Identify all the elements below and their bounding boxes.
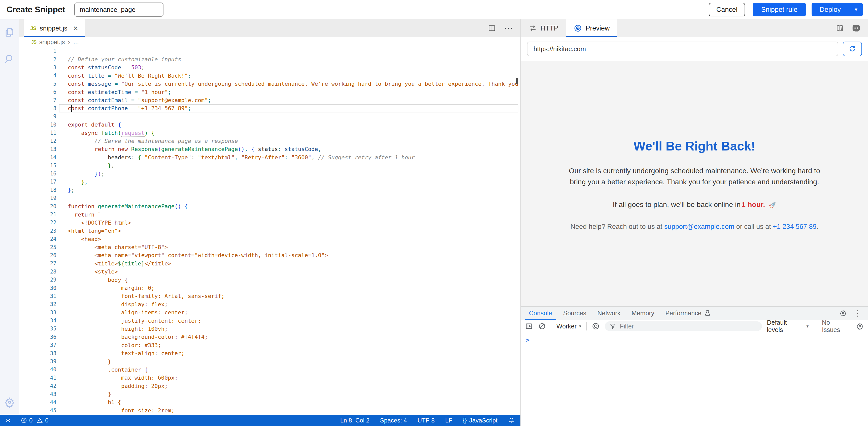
deploy-dropdown-button[interactable]: ▾ — [849, 3, 863, 17]
console-filter-input[interactable]: Filter — [605, 321, 762, 331]
scrollbar-mark[interactable] — [516, 78, 518, 84]
code-line[interactable]: 37 color: #333; — [19, 341, 520, 349]
rocket-emoji — [768, 201, 776, 209]
breadcrumb[interactable]: JS snippet.js › … — [19, 37, 520, 47]
console-sidebar-toggle-icon[interactable] — [525, 322, 533, 330]
code-line[interactable]: 18}; — [19, 186, 520, 194]
code-line[interactable]: 17 }, — [19, 178, 520, 186]
more-actions-icon[interactable]: ⋯ — [504, 24, 513, 33]
code-line[interactable]: 32 display: flex; — [19, 300, 520, 308]
code-line[interactable]: 13 return new Response(generateMaintenan… — [19, 145, 520, 153]
preview-url-input[interactable] — [527, 41, 838, 56]
code-line[interactable]: 41 max-width: 600px; — [19, 374, 520, 382]
console-prompt-icon[interactable]: > — [525, 336, 529, 344]
code-line[interactable]: 19 — [19, 194, 520, 202]
code-line[interactable]: 45 font-size: 2rem; — [19, 406, 520, 415]
devtools-tabs: ConsoleSourcesNetworkMemoryPerformance⋮ — [521, 307, 868, 320]
code-line[interactable]: 15 }, — [19, 161, 520, 169]
code-line[interactable]: 24 <head> — [19, 235, 520, 243]
code-line[interactable]: 42 padding: 20px; — [19, 382, 520, 390]
search-icon[interactable] — [4, 53, 16, 65]
code-line[interactable]: 2// Define your customizable inputs — [19, 55, 520, 63]
code-editor[interactable]: 12// Define your customizable inputs3con… — [19, 47, 520, 415]
editor-actions: ⋯ — [488, 20, 520, 37]
indentation[interactable]: Spaces: 4 — [380, 417, 407, 424]
notifications-bell-icon[interactable] — [508, 417, 515, 424]
contact-link[interactable]: support@example.com — [664, 223, 734, 230]
cancel-button[interactable]: Cancel — [709, 3, 745, 17]
devtools-tab-performance[interactable]: Performance — [660, 307, 716, 320]
devtools-tab-memory[interactable]: Memory — [626, 307, 660, 320]
files-icon[interactable] — [4, 26, 16, 38]
code-line[interactable]: 4const title = "We'll Be Right Back!"; — [19, 72, 520, 80]
tab-snippet-js[interactable]: JS snippet.js ✕ — [24, 20, 85, 37]
code-line[interactable]: 12 // Serve the maintenance page as a re… — [19, 137, 520, 145]
snippet-name-input[interactable] — [74, 2, 163, 17]
devtools-tab-network[interactable]: Network — [592, 307, 626, 320]
code-line[interactable]: 3const statusCode = 503; — [19, 63, 520, 72]
error-icon — [21, 417, 27, 424]
code-line[interactable]: 39 } — [19, 358, 520, 366]
code-line[interactable]: 6const estimatedTime = "1 hour"; — [19, 88, 520, 96]
code-line[interactable]: 9 — [19, 112, 520, 120]
code-line[interactable]: 33 align-items: center; — [19, 309, 520, 317]
code-line[interactable]: 35 height: 100vh; — [19, 325, 520, 333]
code-line[interactable]: 8const contactPhone = "+1 234 567 89"; — [19, 104, 520, 112]
code-line[interactable]: 30 margin: 0; — [19, 284, 520, 292]
contact-link[interactable]: +1 234 567 89 — [773, 223, 816, 230]
line-number: 10 — [19, 122, 56, 128]
devtools-menu-kebab-icon[interactable]: ⋮ — [854, 309, 862, 318]
code-line[interactable]: 22 <!DOCTYPE html> — [19, 219, 520, 227]
code-line[interactable]: 23<html lang="en"> — [19, 227, 520, 235]
issues-counter[interactable]: No Issues — [822, 319, 849, 334]
code-line[interactable]: 28 <style> — [19, 268, 520, 276]
cursor-position[interactable]: Ln 8, Col 2 — [340, 417, 370, 424]
tab-preview[interactable]: Preview — [566, 20, 617, 37]
clear-console-icon[interactable] — [538, 322, 546, 330]
console-output[interactable]: > — [521, 333, 868, 426]
snippet-rule-button[interactable]: Snippet rule — [753, 3, 806, 17]
code-line[interactable]: 11 async fetch(request) { — [19, 129, 520, 137]
code-line[interactable]: 14 headers: { "Content-Type": "text/html… — [19, 153, 520, 161]
code-line[interactable]: 27 <title>${title}</title> — [19, 259, 520, 267]
execution-context-selector[interactable]: Worker ▾ — [556, 323, 581, 330]
code-line[interactable]: 26 <meta name="viewport" content="width=… — [19, 251, 520, 259]
code-line[interactable]: 43 } — [19, 390, 520, 398]
problems-indicator[interactable]: 0 0 — [21, 417, 49, 424]
close-tab-icon[interactable]: ✕ — [73, 25, 78, 32]
code-line[interactable]: 10export default { — [19, 121, 520, 129]
log-levels-dropdown[interactable]: Default levels ▾ — [767, 319, 809, 334]
code-line[interactable]: 1 — [19, 47, 520, 55]
devtools-tab-console[interactable]: Console — [523, 307, 558, 320]
code-line[interactable]: 34 justify-content: center; — [19, 317, 520, 325]
deploy-button[interactable]: Deploy — [812, 3, 849, 17]
devtools-panel: ConsoleSourcesNetworkMemoryPerformance⋮ — [521, 306, 868, 426]
devtools-settings-gear-icon[interactable] — [839, 309, 847, 317]
reload-button[interactable] — [843, 41, 862, 56]
code-line[interactable]: 40 .container { — [19, 366, 520, 374]
live-expression-eye-icon[interactable] — [592, 322, 600, 330]
code-line[interactable]: 44 h1 { — [19, 398, 520, 406]
code-line[interactable]: 29 body { — [19, 276, 520, 284]
console-settings-gear-icon[interactable] — [856, 322, 864, 330]
code-line[interactable]: 7const contactEmail = "support@example.c… — [19, 96, 520, 104]
tab-http[interactable]: HTTP — [521, 20, 566, 37]
code-line[interactable]: 25 <meta charset="UTF-8"> — [19, 243, 520, 251]
code-line[interactable]: 36 background-color: #f4f4f4; — [19, 333, 520, 341]
code-line[interactable]: 21 return ` — [19, 210, 520, 219]
encoding[interactable]: UTF-8 — [417, 417, 435, 424]
code-line[interactable]: 16 }); — [19, 170, 520, 178]
devtools-tab-sources[interactable]: Sources — [558, 307, 592, 320]
code-line[interactable]: 5const message = "Our site is currently … — [19, 80, 520, 88]
code-line[interactable]: 38 text-align: center; — [19, 349, 520, 357]
discord-chat-icon[interactable] — [851, 24, 861, 33]
language-mode[interactable]: {} JavaScript — [463, 417, 497, 424]
line-content: }, — [68, 179, 88, 185]
docs-book-icon[interactable] — [835, 24, 844, 33]
settings-gear-icon[interactable] — [4, 397, 16, 408]
eol-type[interactable]: LF — [445, 417, 453, 424]
split-editor-icon[interactable] — [488, 24, 496, 32]
remote-indicator-icon[interactable] — [4, 417, 11, 424]
code-line[interactable]: 31 font-family: Arial, sans-serif; — [19, 292, 520, 300]
code-line[interactable]: 20function generateMaintenancePage() { — [19, 202, 520, 210]
